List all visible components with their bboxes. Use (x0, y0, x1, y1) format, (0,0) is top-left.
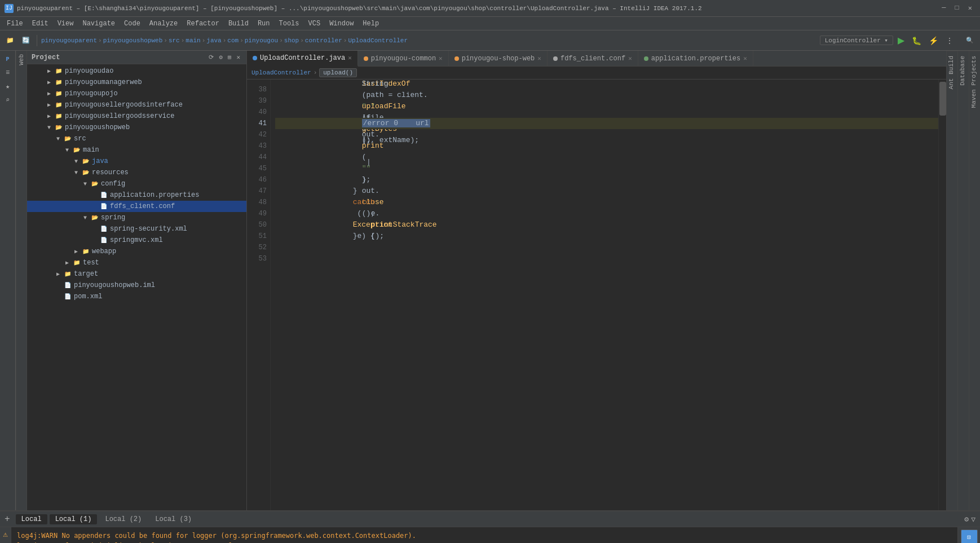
tab-dot-conf (553, 56, 558, 61)
menu-tools[interactable]: Tools (275, 19, 304, 29)
panel-close-icon[interactable]: ✕ (235, 53, 242, 61)
tree-item-test[interactable]: ▶ 📁 test (27, 257, 246, 268)
tab-uploadcontroller[interactable]: UploadController.java ✕ (247, 51, 358, 67)
favorites-icon[interactable]: ★ (2, 80, 14, 92)
tab-pinyougou-common[interactable]: pinyougou-common ✕ (358, 51, 449, 67)
editor-breadcrumb-bar: UploadController › upload() (247, 67, 946, 80)
terminal-icon-btn-1[interactable]: ⊡ (961, 529, 978, 543)
tab-close-shop[interactable]: ✕ (537, 55, 541, 62)
code-line-45 (275, 163, 938, 174)
lightbulb-icon[interactable]: 💡 (271, 118, 271, 129)
bc-com[interactable]: com (227, 37, 239, 44)
tree-item-pom[interactable]: ▶ 📄 pom.xml (27, 291, 246, 302)
toolbar-search[interactable]: 🔍 (963, 36, 977, 45)
maximize-button[interactable]: □ (952, 4, 963, 12)
more-run-button[interactable]: ⋮ (943, 35, 956, 46)
run-config-selector[interactable]: LoginController ▾ (820, 36, 893, 45)
scrollbar-thumb[interactable] (939, 82, 946, 116)
tree-item-iml[interactable]: ▶ 📄 pinyougoushopweb.iml (27, 280, 246, 291)
tree-item-src[interactable]: ▼ 📂 src (27, 133, 246, 144)
editor-bc-controller[interactable]: UploadController (251, 69, 311, 76)
bc-controller[interactable]: controller (305, 37, 342, 44)
terminal-collapse-icon[interactable]: ▽ (971, 515, 975, 524)
bc-pinyougouparent[interactable]: pinyougouparent (41, 37, 97, 44)
tree-item-target[interactable]: ▶ 📁 target (27, 268, 246, 280)
bc-shop[interactable]: shop (284, 37, 299, 44)
tree-item-springmvc[interactable]: ▶ 📄 springmvc.xml (27, 235, 246, 246)
terminal-icon-settings[interactable]: ⚙ ▽ (964, 515, 975, 524)
tab-application-properties[interactable]: application.properties ✕ (638, 51, 753, 67)
maven-label[interactable]: Maven Projects (969, 51, 980, 112)
tree-item-pinyougousellergoodsinterface[interactable]: ▶ 📁 pinyougousellergoodsinterface (27, 99, 246, 111)
bc-pinyougoushopweb[interactable]: pinyougoushopweb (103, 37, 163, 44)
toolbar-project-btn[interactable]: 📁 (3, 36, 17, 45)
tree-item-fdfs-client-conf[interactable]: ▶ 📄 fdfs_client.conf (27, 201, 246, 212)
terminal-tab-local3[interactable]: Local (3) (149, 514, 197, 524)
database-label[interactable]: Database (958, 51, 969, 90)
editor-bc-method[interactable]: upload() (319, 68, 357, 77)
project-icon[interactable]: P (2, 53, 14, 65)
web-tab-label[interactable]: Web (17, 51, 26, 69)
menu-build[interactable]: Build (224, 19, 253, 29)
tree-item-config[interactable]: ▼ 📂 config (27, 178, 246, 189)
menu-analyze[interactable]: Analyze (145, 19, 182, 29)
find-icon[interactable]: ⌕ (2, 94, 14, 106)
bc-pinyougou[interactable]: pinyougou (245, 37, 278, 44)
terminal-tab-local1[interactable]: Local (1) (50, 514, 98, 524)
terminal-tab-local[interactable]: Local (16, 514, 47, 524)
tree-item-pinyougousellergoodsservice[interactable]: ▶ 📁 pinyougousellergoodsservice (27, 111, 246, 122)
menu-help[interactable]: Help (358, 19, 383, 29)
menu-navigate[interactable]: Navigate (78, 19, 120, 29)
tab-close-common[interactable]: ✕ (439, 55, 443, 62)
run-button[interactable]: ▶ (895, 34, 907, 47)
menu-vcs[interactable]: VCS (304, 19, 325, 29)
panel-gear-icon[interactable]: ⚙ (217, 53, 224, 61)
tree-item-pinyougoumanagerweb[interactable]: ▶ 📁 pinyougoumanagerweb (27, 77, 246, 88)
panel-layout-icon[interactable]: ⊞ (226, 53, 233, 61)
menu-refactor[interactable]: Refactor (182, 19, 224, 29)
menu-code[interactable]: Code (120, 19, 145, 29)
minimize-button[interactable]: ─ (938, 4, 949, 12)
terminal-tab-local2[interactable]: Local (2) (99, 514, 147, 524)
bc-main[interactable]: main (186, 37, 200, 44)
terminal-settings-icon[interactable]: ⚙ (964, 515, 969, 524)
structure-icon[interactable]: ≡ (2, 67, 14, 79)
window-controls[interactable]: ─ □ ✕ (938, 4, 975, 12)
menu-edit[interactable]: Edit (28, 19, 53, 29)
tab-close-fdfs[interactable]: ✕ (628, 55, 632, 62)
menu-view[interactable]: View (53, 19, 78, 29)
tab-close-uploadcontroller[interactable]: ✕ (348, 54, 352, 61)
close-button[interactable]: ✕ (965, 4, 975, 12)
tree-item-application-properties[interactable]: ▶ 📄 application.properties (27, 189, 246, 201)
tree-item-webapp[interactable]: ▶ 📁 webapp (27, 246, 246, 257)
tab-close-props[interactable]: ✕ (743, 55, 747, 62)
tab-pinyougou-shop-web[interactable]: pinyougou-shop-web ✕ (449, 51, 548, 67)
bc-java[interactable]: java (206, 37, 221, 44)
menu-run[interactable]: Run (253, 19, 275, 29)
debug-button[interactable]: 🐛 (909, 35, 924, 46)
ant-build-label[interactable]: Ant Build (947, 51, 957, 94)
coverage-button[interactable]: ⚡ (926, 35, 941, 46)
code-editor[interactable]: String extName= fileName. substring (fil… (271, 80, 938, 510)
tree-item-pinyougoupojo[interactable]: ▶ 📁 pinyougoupojo (27, 88, 246, 99)
menu-file[interactable]: File (2, 19, 28, 29)
panel-sync-icon[interactable]: ⟳ (207, 53, 215, 61)
terminal-add-button[interactable]: + (5, 514, 10, 524)
tree-item-main[interactable]: ▼ 📂 main (27, 144, 246, 156)
tree-item-spring[interactable]: ▼ 📂 spring (27, 212, 246, 223)
tab-fdfs-client-conf[interactable]: fdfs_client.conf ✕ (548, 51, 638, 67)
menu-bar: File Edit View Navigate Code Analyze Ref… (0, 17, 980, 30)
tree-item-spring-security[interactable]: ▶ 📄 spring-security.xml (27, 223, 246, 235)
bc-uploadcontroller[interactable]: UploadController (348, 37, 408, 44)
tree-item-resources[interactable]: ▼ 📂 resources (27, 167, 246, 178)
tree-item-pinyougoushopweb[interactable]: ▼ 📂 pinyougoushopweb (27, 122, 246, 133)
editor-scrollbar[interactable] (938, 80, 946, 510)
bc-src[interactable]: src (169, 37, 180, 44)
tree-item-java[interactable]: ▼ 📂 java (27, 156, 246, 167)
menu-window[interactable]: Window (325, 19, 358, 29)
toolbar-sync-btn[interactable]: 🔄 (19, 36, 33, 45)
tab-dot-prop (644, 56, 648, 61)
tree-item-pinyougoudao[interactable]: ▶ 📁 pinyougoudao (27, 65, 246, 77)
line-num-45: 45 (247, 163, 270, 174)
terminal-warn-icon[interactable]: ⚠ (3, 529, 7, 539)
